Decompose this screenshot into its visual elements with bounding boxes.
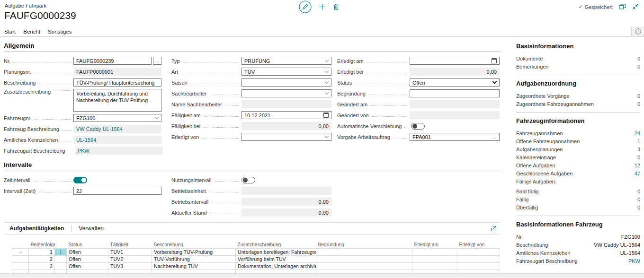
erledigt-am-date-input[interactable]: [410, 57, 500, 65]
section-intervalle-title[interactable]: Intervalle: [4, 161, 501, 171]
edit-button[interactable]: [299, 0, 312, 13]
cell-erledigt-von[interactable]: [457, 262, 500, 269]
info-icon[interactable]: [631, 26, 644, 36]
menu-verwalten[interactable]: Verwalten: [79, 225, 104, 232]
chevron-down-icon[interactable]: [492, 79, 497, 84]
chevron-down-icon[interactable]: [325, 90, 329, 94]
nr-assist-edit-button[interactable]: …: [153, 57, 161, 65]
menu-sonstiges[interactable]: Sonstiges: [48, 29, 72, 35]
zeitintervall-toggle[interactable]: [73, 177, 87, 183]
faellig-count-link[interactable]: 0: [637, 197, 640, 202]
geschlossene-aufgaben-count-link[interactable]: 47: [635, 171, 640, 176]
cell-status[interactable]: Offen: [67, 248, 108, 255]
offene-aufgaben-count-link[interactable]: 12: [635, 163, 640, 168]
cell-reihenfolge[interactable]: 1: [29, 248, 55, 255]
col-beschreibung[interactable]: Beschreibung: [152, 241, 236, 248]
nutzungsintervall-toggle[interactable]: [242, 177, 255, 183]
dokumente-count-link[interactable]: 0: [637, 56, 640, 61]
calendar-icon[interactable]: [492, 58, 497, 63]
chevron-down-icon[interactable]: [325, 79, 329, 83]
cell-zusatzbeschreibung[interactable]: Vorführung beim TÜV: [236, 255, 316, 262]
zusatzbeschreibung-input[interactable]: Vorbereitung, Durchführung und Nachberei…: [73, 89, 161, 112]
amtliches-kennzeichen-link[interactable]: UL-1564: [73, 136, 161, 144]
cell-beschreibung[interactable]: Nachbereitung TÜV: [152, 262, 236, 269]
col-zusatzbeschreibung[interactable]: Zusatzbeschreibung: [236, 241, 316, 248]
horizontal-scrollbar[interactable]: [0, 273, 644, 278]
saison-dropdown[interactable]: [242, 78, 331, 87]
fahrzeugannahmen-count-link[interactable]: 24: [635, 130, 640, 136]
zugeordnete-fahrzeugannahmen-count-link[interactable]: 0: [637, 101, 640, 107]
col-reihenfolge[interactable]: Reihenfolge: [29, 241, 55, 248]
breadcrumb[interactable]: Aufgabe Fuhrpark: [5, 3, 46, 9]
fahrzeug-beschreibung-link[interactable]: VW Caddy UL-1564: [73, 125, 161, 133]
cell-status[interactable]: Offen: [67, 262, 108, 269]
automatische-verschiebung-toggle[interactable]: [411, 123, 425, 130]
field-art-label: Art: [171, 69, 178, 75]
delete-button[interactable]: [333, 3, 340, 10]
chevron-down-icon[interactable]: [325, 58, 329, 61]
faelligkeit-am-date-input[interactable]: 10.12.2021: [242, 111, 331, 119]
cell-zusatzbeschreibung[interactable]: Unterlagen bereitlegen; Fahrzeugreinigun…: [236, 248, 316, 255]
bemerkungen-count-link[interactable]: 0: [637, 64, 640, 70]
typ-dropdown[interactable]: PRÜFUNG: [242, 57, 331, 65]
kalendereintraege-count-link[interactable]: 0: [637, 155, 640, 160]
factbox-label: Offene Fahrzeugannahmen: [516, 139, 580, 144]
new-button[interactable]: [319, 3, 326, 10]
cell-zusatzbeschreibung[interactable]: Dokumentation; Unterlagen archivieren; S…: [236, 262, 316, 269]
cell-beschreibung[interactable]: TÜV-Vorführung: [152, 255, 236, 262]
cell-begruendung[interactable]: [316, 255, 412, 262]
expand-part-icon[interactable]: [491, 226, 497, 232]
cell-begruendung[interactable]: [316, 262, 412, 269]
cell-status[interactable]: Offen: [67, 255, 108, 262]
dot-leader: [34, 73, 71, 73]
col-status[interactable]: Status: [67, 241, 108, 248]
col-erledigt-am[interactable]: Erledigt am: [412, 241, 457, 248]
cell-reihenfolge[interactable]: 3: [29, 262, 55, 269]
chevron-down-icon[interactable]: [155, 115, 159, 119]
chevron-down-icon[interactable]: [325, 69, 329, 72]
col-begruendung[interactable]: Begründung: [316, 241, 412, 248]
col-taetigkeit[interactable]: Tätigkeit: [108, 241, 152, 248]
fahrzeugnr-dropdown[interactable]: FZG100: [73, 114, 161, 122]
section-allgemein-title[interactable]: Allgemein: [4, 42, 501, 52]
zugeordnete-vorgaenge-count-link[interactable]: 0: [637, 93, 640, 99]
erledigt-von-dropdown[interactable]: [242, 133, 331, 141]
bald-faellig-count-link[interactable]: 0: [637, 189, 640, 194]
calendar-icon[interactable]: [323, 113, 329, 118]
offene-fahrzeugannahmen-count-link[interactable]: 1: [637, 139, 640, 144]
cell-erledigt-am[interactable]: [412, 255, 457, 262]
cell-reihenfolge[interactable]: 2: [29, 255, 55, 262]
fahrzeugart-link[interactable]: PKW: [628, 258, 640, 264]
beschreibung-input[interactable]: TÜV-Prüfung/ Hauptuntersuchung: [73, 78, 161, 87]
cell-taetigkeit[interactable]: TÜV2: [108, 255, 152, 262]
art-dropdown[interactable]: TÜV: [242, 68, 331, 76]
aufgabenplanungen-count-link[interactable]: 3: [637, 147, 640, 152]
cell-begruendung[interactable]: [316, 248, 412, 255]
ueberfaellig-count-link[interactable]: 0: [637, 205, 640, 210]
cell-erledigt-am[interactable]: [412, 248, 457, 255]
intervall-zeit-input[interactable]: 2J: [73, 187, 161, 195]
cell-erledigt-von[interactable]: [457, 248, 500, 255]
cell-erledigt-von[interactable]: [457, 255, 500, 262]
cell-erledigt-am[interactable]: [412, 262, 457, 269]
row-options-cell[interactable]: [55, 255, 67, 262]
assist-edit-icon[interactable]: …: [492, 134, 497, 139]
chevron-down-icon[interactable]: [325, 134, 329, 138]
begruendung-input[interactable]: [410, 89, 500, 97]
menu-start[interactable]: Start: [4, 29, 16, 35]
cell-taetigkeit[interactable]: TÜV1: [108, 248, 152, 255]
col-erledigt-von[interactable]: Erledigt von: [457, 241, 500, 248]
cell-beschreibung[interactable]: Vorbereitung TÜV-Prüfung: [152, 248, 236, 255]
status-select[interactable]: Offen: [410, 78, 500, 87]
fahrzeugart-beschreibung-link[interactable]: PKW: [75, 147, 163, 155]
row-options-icon[interactable]: ⋮: [55, 248, 67, 255]
open-in-new-window-icon[interactable]: [619, 4, 626, 10]
vorgabe-arbeitsauftrag-input[interactable]: FPA001…: [410, 133, 500, 141]
tab-aufgabentaetigkeiten[interactable]: Aufgabentätigkeiten: [9, 225, 64, 232]
nr-input[interactable]: FAUFG0000239: [73, 57, 152, 65]
row-options-cell[interactable]: [55, 262, 67, 269]
collapse-icon[interactable]: [632, 4, 638, 10]
menu-bericht[interactable]: Bericht: [23, 29, 40, 35]
cell-taetigkeit[interactable]: TÜV3: [108, 262, 152, 269]
sachbearbeiter-dropdown[interactable]: [242, 89, 331, 97]
